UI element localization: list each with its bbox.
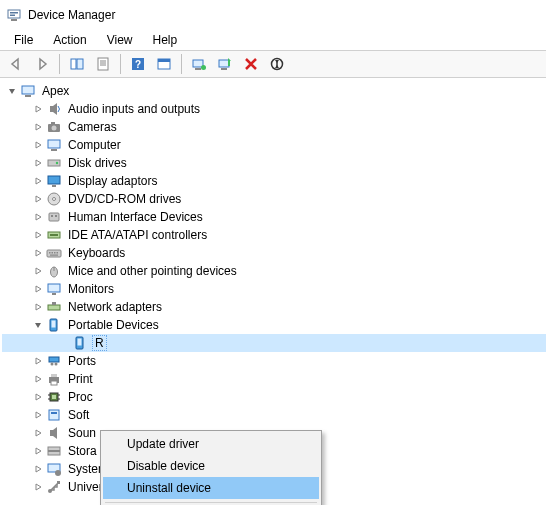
tree-device-selected[interactable]: R xyxy=(2,334,546,352)
tree-category[interactable]: IDE ATA/ATAPI controllers xyxy=(2,226,546,244)
root-label: Apex xyxy=(40,84,71,98)
chevron-right-icon[interactable] xyxy=(32,283,44,295)
category-label: Keyboards xyxy=(66,246,127,260)
svg-rect-31 xyxy=(48,176,60,184)
storage-icon xyxy=(46,443,62,459)
menu-action[interactable]: Action xyxy=(45,31,94,49)
tree-category[interactable]: Cameras xyxy=(2,118,546,136)
tree-category[interactable]: Disk drives xyxy=(2,154,546,172)
tree-category-portable-devices[interactable]: Portable Devices xyxy=(2,316,546,334)
tree-category[interactable]: Print xyxy=(2,370,546,388)
ports-icon xyxy=(46,353,62,369)
chevron-right-icon[interactable] xyxy=(32,301,44,313)
tree-category[interactable]: Computer xyxy=(2,136,546,154)
monitor-icon xyxy=(46,281,62,297)
update-driver-button[interactable] xyxy=(187,52,211,76)
chevron-right-icon[interactable] xyxy=(32,463,44,475)
chevron-down-icon[interactable] xyxy=(32,319,44,331)
chevron-right-icon[interactable] xyxy=(32,175,44,187)
chevron-right-icon[interactable] xyxy=(32,481,44,493)
cpu-icon xyxy=(46,389,62,405)
svg-rect-56 xyxy=(49,357,59,362)
chevron-right-icon[interactable] xyxy=(32,409,44,421)
category-label: IDE ATA/ATAPI controllers xyxy=(66,228,209,242)
forward-button[interactable] xyxy=(30,52,54,76)
chevron-right-icon[interactable] xyxy=(32,229,44,241)
disk-icon xyxy=(46,155,62,171)
action-button[interactable] xyxy=(152,52,176,76)
svg-rect-53 xyxy=(52,321,56,328)
tree-category[interactable]: Keyboards xyxy=(2,244,546,262)
network-icon xyxy=(46,299,62,315)
context-menu: Update driverDisable deviceUninstall dev… xyxy=(100,430,322,505)
svg-rect-14 xyxy=(193,60,203,67)
tree-category[interactable]: Audio inputs and outputs xyxy=(2,100,546,118)
properties-button[interactable] xyxy=(91,52,115,76)
tree-category[interactable]: DVD/CD-ROM drives xyxy=(2,190,546,208)
context-menu-item[interactable]: Disable device xyxy=(103,455,319,477)
dvd-icon xyxy=(46,191,62,207)
tree-category[interactable]: Display adaptors xyxy=(2,172,546,190)
svg-rect-32 xyxy=(52,185,56,187)
chevron-right-icon[interactable] xyxy=(32,121,44,133)
ide-icon xyxy=(46,227,62,243)
chevron-right-icon[interactable] xyxy=(32,355,44,367)
context-menu-item[interactable]: Uninstall device xyxy=(103,477,319,499)
chevron-right-icon[interactable] xyxy=(32,427,44,439)
computer-icon xyxy=(20,83,36,99)
toolbar-separator xyxy=(59,54,60,74)
back-button[interactable] xyxy=(4,52,28,76)
help-button[interactable]: ? xyxy=(126,52,150,76)
context-menu-item[interactable]: Update driver xyxy=(103,433,319,455)
chevron-right-icon[interactable] xyxy=(32,265,44,277)
svg-rect-55 xyxy=(78,339,82,346)
chevron-right-icon[interactable] xyxy=(32,193,44,205)
system-icon xyxy=(46,461,62,477)
menu-file[interactable]: File xyxy=(6,31,41,49)
menu-help[interactable]: Help xyxy=(145,31,186,49)
tree-root[interactable]: Apex xyxy=(2,82,546,100)
chevron-right-icon[interactable] xyxy=(32,139,44,151)
svg-rect-4 xyxy=(71,59,76,69)
tree-category[interactable]: Mice and other pointing devices xyxy=(2,262,546,280)
tree-category[interactable]: Monitors xyxy=(2,280,546,298)
soft-icon xyxy=(46,407,62,423)
svg-rect-44 xyxy=(57,252,59,254)
chevron-right-icon[interactable] xyxy=(32,157,44,169)
menu-view[interactable]: View xyxy=(99,31,141,49)
chevron-right-icon[interactable] xyxy=(32,211,44,223)
chevron-down-icon[interactable] xyxy=(6,85,18,97)
portable-device-icon xyxy=(72,335,88,351)
window-title: Device Manager xyxy=(28,8,115,22)
svg-rect-15 xyxy=(195,68,201,70)
svg-point-34 xyxy=(53,198,56,201)
show-hide-console-button[interactable] xyxy=(65,52,89,76)
device-tree[interactable]: Apex Audio inputs and outputsCamerasComp… xyxy=(0,78,546,505)
svg-rect-37 xyxy=(55,215,57,217)
tree-category[interactable]: Network adapters xyxy=(2,298,546,316)
category-label: Stora xyxy=(66,444,99,458)
chevron-right-icon[interactable] xyxy=(32,247,44,259)
svg-rect-68 xyxy=(49,410,59,420)
chevron-right-icon[interactable] xyxy=(32,445,44,457)
svg-rect-22 xyxy=(25,95,31,97)
chevron-right-icon[interactable] xyxy=(32,391,44,403)
chevron-right-icon[interactable] xyxy=(32,103,44,115)
scan-hardware-button[interactable] xyxy=(213,52,237,76)
category-label: Cameras xyxy=(66,120,119,134)
svg-rect-27 xyxy=(48,140,60,148)
tree-category[interactable]: Proc xyxy=(2,388,546,406)
uninstall-button[interactable] xyxy=(239,52,263,76)
svg-rect-1 xyxy=(10,12,18,14)
sound-icon xyxy=(46,425,62,441)
chevron-right-icon[interactable] xyxy=(32,373,44,385)
disable-button[interactable] xyxy=(265,52,289,76)
tree-category[interactable]: Human Interface Devices xyxy=(2,208,546,226)
svg-rect-36 xyxy=(51,215,53,217)
svg-rect-29 xyxy=(48,160,60,166)
tree-category[interactable]: Soft xyxy=(2,406,546,424)
svg-rect-72 xyxy=(48,452,60,456)
category-label: Soft xyxy=(66,408,91,422)
tree-category[interactable]: Ports xyxy=(2,352,546,370)
display-icon xyxy=(46,173,62,189)
